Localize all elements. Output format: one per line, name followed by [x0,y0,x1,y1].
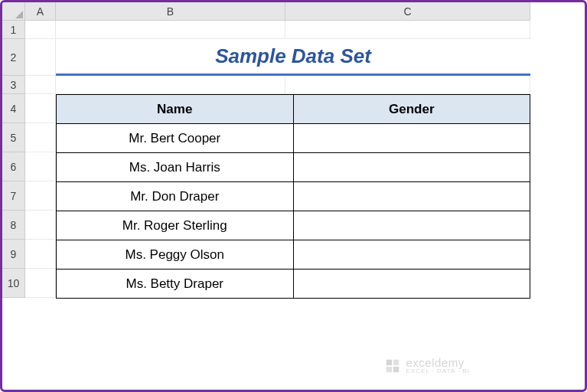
cell-name[interactable]: Mr. Don Draper [57,182,294,211]
watermark-brand: exceldemy [406,357,470,368]
title-cell[interactable]: Sample Data Set [56,39,530,76]
row-header-8[interactable]: 8 [2,211,25,240]
col-header-B[interactable]: B [56,2,285,21]
cell-name[interactable]: Ms. Betty Draper [57,270,294,299]
col-header-C[interactable]: C [285,2,530,21]
cell-A10[interactable] [25,269,56,298]
cell-name[interactable]: Ms. Peggy Olson [57,240,294,270]
watermark-sub: EXCEL · DATA · BI [406,368,470,374]
cell-A9[interactable] [25,240,56,269]
page-title: Sample Data Set [215,44,371,68]
table-header-row: Name Gender [57,95,530,124]
select-all-corner[interactable] [2,2,25,21]
logo-icon [384,358,401,374]
header-gender[interactable]: Gender [293,95,530,124]
cell-name[interactable]: Mr. Roger Sterling [57,211,294,240]
row-header-10[interactable]: 10 [2,269,25,298]
cell-A5[interactable] [25,123,56,152]
cell-A3[interactable] [25,76,56,94]
cell-A2[interactable] [25,39,56,76]
row-header-7[interactable]: 7 [2,181,25,211]
cell-C1[interactable] [285,21,530,39]
spreadsheet-grid: A B C 1 2 Sample Data Set 3 4 5 6 7 8 9 … [2,2,585,298]
cell-A7[interactable] [25,181,56,211]
header-name[interactable]: Name [57,95,294,124]
watermark-text: exceldemy EXCEL · DATA · BI [406,357,470,374]
svg-rect-0 [386,359,392,364]
data-table: Name Gender Mr. Bert Cooper Ms. Joan Har… [56,94,530,299]
watermark: exceldemy EXCEL · DATA · BI [384,357,470,374]
row-header-4[interactable]: 4 [2,94,25,123]
data-table-region: Name Gender Mr. Bert Cooper Ms. Joan Har… [56,94,530,298]
row-header-2[interactable]: 2 [2,39,25,76]
cell-name[interactable]: Ms. Joan Harris [57,153,294,182]
cell-A4[interactable] [25,94,56,123]
cell-name[interactable]: Mr. Bert Cooper [57,124,294,153]
cell-C3[interactable] [285,76,530,94]
cell-gender[interactable] [293,182,530,211]
table-row: Mr. Bert Cooper [57,124,530,153]
cell-A8[interactable] [25,211,56,240]
table-row: Ms. Betty Draper [57,270,530,299]
svg-rect-1 [393,359,399,364]
svg-rect-3 [393,366,399,371]
svg-rect-2 [386,366,392,371]
cell-A6[interactable] [25,152,56,181]
table-row: Ms. Joan Harris [57,153,530,182]
cell-gender[interactable] [293,211,530,240]
col-header-A[interactable]: A [25,2,56,21]
row-header-1[interactable]: 1 [2,21,25,39]
row-header-5[interactable]: 5 [2,123,25,152]
cell-gender[interactable] [293,124,530,153]
table-row: Mr. Roger Sterling [57,211,530,240]
table-row: Ms. Peggy Olson [57,240,530,270]
cell-gender[interactable] [293,270,530,299]
cell-gender[interactable] [293,153,530,182]
cell-B1[interactable] [56,21,285,39]
cell-B3[interactable] [56,76,285,94]
row-header-3[interactable]: 3 [2,76,25,94]
cell-gender[interactable] [293,240,530,270]
row-header-6[interactable]: 6 [2,152,25,181]
cell-A1[interactable] [25,21,56,39]
row-header-9[interactable]: 9 [2,240,25,269]
table-row: Mr. Don Draper [57,182,530,211]
